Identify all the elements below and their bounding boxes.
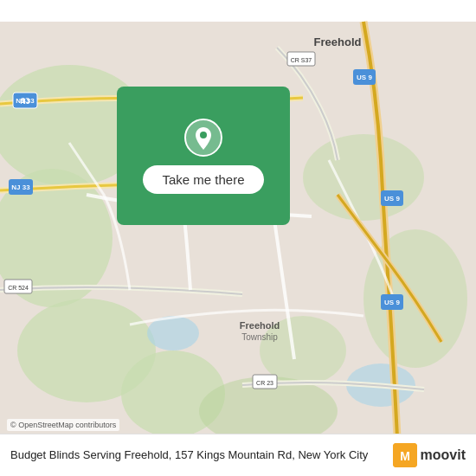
bottom-bar: Budget Blinds Serving Freehold, 157 King… [0, 434, 476, 476]
moovit-icon: M [393, 443, 417, 467]
take-me-there-button[interactable]: Take me there [143, 165, 263, 194]
svg-text:CR 23: CR 23 [256, 380, 273, 386]
osm-attribution: © OpenStreetMap contributors [7, 419, 119, 431]
svg-text:CR 524: CR 524 [8, 285, 29, 291]
svg-text:Township: Township [241, 332, 278, 342]
address-text: Budget Blinds Serving Freehold, 157 King… [10, 447, 384, 463]
moovit-logo[interactable]: M moovit [393, 443, 466, 467]
svg-point-5 [303, 134, 424, 221]
svg-point-34 [200, 132, 207, 138]
action-panel: Take me there [117, 87, 290, 225]
svg-text:Freehold: Freehold [240, 320, 280, 331]
svg-text:US 9: US 9 [384, 299, 400, 306]
svg-text:NJ 33: NJ 33 [11, 183, 30, 191]
svg-text:US 9: US 9 [357, 74, 372, 81]
map-background: NJ 33 NJ 33 NJ 33 US 9 US 9 US 9 CR S37 … [0, 0, 476, 476]
svg-text:Freehold: Freehold [314, 35, 362, 48]
svg-text:NJ 33: NJ 33 [16, 97, 35, 105]
moovit-name: moovit [421, 447, 466, 463]
svg-text:CR S37: CR S37 [291, 57, 312, 63]
svg-text:US 9: US 9 [384, 195, 400, 203]
map-container: NJ 33 NJ 33 NJ 33 US 9 US 9 US 9 CR S37 … [0, 0, 476, 476]
svg-text:M: M [400, 449, 410, 463]
location-pin-icon [184, 119, 222, 157]
